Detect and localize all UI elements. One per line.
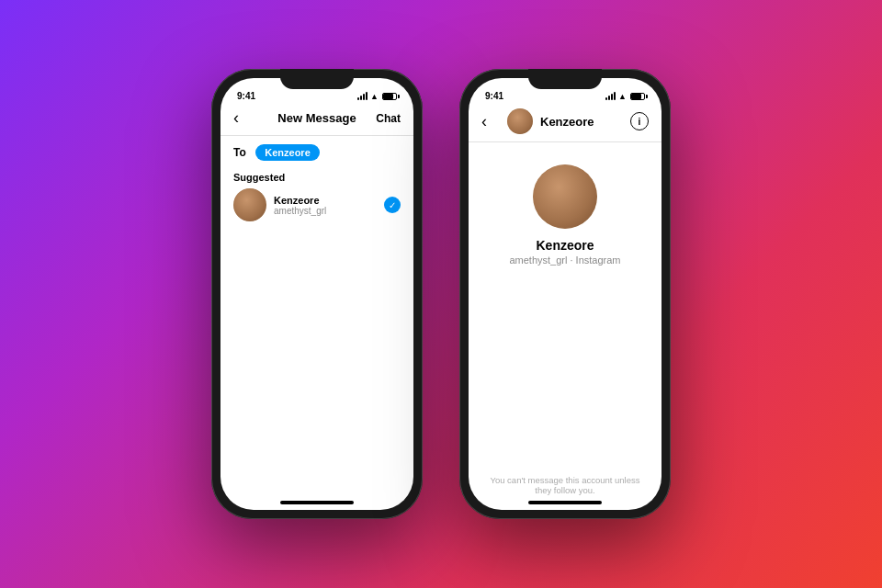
suggested-label: Suggested	[233, 172, 401, 183]
no-message-notice: You can't message this account unless th…	[469, 469, 662, 501]
battery-icon-2	[630, 93, 645, 100]
nav-bar-2: ‹ Kenzeore i	[469, 105, 662, 142]
home-indicator-2	[528, 501, 602, 504]
contact-info-1: Kenzeore amethyst_grl	[274, 195, 377, 216]
status-icons-2: ▲	[605, 92, 645, 101]
nav-title-1: New Message	[277, 111, 356, 125]
signal-icon-1	[357, 92, 368, 100]
status-time-2: 9:41	[485, 91, 503, 101]
wifi-icon-2: ▲	[618, 92, 627, 101]
recipient-chip[interactable]: Kenzeore	[255, 144, 320, 161]
back-button-2[interactable]: ‹	[481, 112, 500, 131]
profile-avatar-large	[533, 164, 597, 229]
info-icon[interactable]: i	[630, 112, 649, 130]
notch-1	[280, 69, 354, 89]
status-time-1: 9:41	[237, 91, 255, 101]
contact-handle-1: amethyst_grl	[274, 206, 377, 216]
back-button-1[interactable]: ‹	[233, 108, 261, 128]
to-section: To Kenzeore	[220, 136, 413, 164]
to-label: To	[233, 146, 246, 159]
contact-avatar-1	[233, 188, 266, 221]
suggested-section: Suggested Kenzeore amethyst_grl ✓	[220, 164, 413, 225]
check-icon-1: ✓	[384, 197, 401, 213]
notch-2	[528, 69, 602, 89]
nav-username-2: Kenzeore	[540, 115, 623, 129]
wifi-icon-1: ▲	[370, 92, 379, 101]
contact-row-1[interactable]: Kenzeore amethyst_grl ✓	[233, 188, 401, 221]
chat-button-1[interactable]: Chat	[373, 112, 401, 125]
phone-1-screen: 9:41 ▲ ‹ New Message Chat To Kenzeore	[220, 78, 413, 510]
profile-sub: amethyst_grl · Instagram	[509, 254, 620, 266]
contact-name-1: Kenzeore	[274, 195, 377, 206]
phone-2-screen: 9:41 ▲ ‹ Kenzeore i	[469, 78, 662, 510]
nav-avatar-small	[507, 108, 533, 134]
nav-bar-1: ‹ New Message Chat	[220, 105, 413, 136]
status-icons-1: ▲	[357, 92, 397, 101]
profile-section: Kenzeore amethyst_grl · Instagram	[469, 142, 662, 277]
profile-name: Kenzeore	[536, 238, 594, 253]
phone-1: 9:41 ▲ ‹ New Message Chat To Kenzeore	[211, 69, 423, 519]
battery-icon-1	[382, 93, 397, 100]
home-indicator-1	[280, 501, 354, 504]
signal-icon-2	[605, 92, 616, 100]
phone-2: 9:41 ▲ ‹ Kenzeore i	[459, 69, 671, 519]
